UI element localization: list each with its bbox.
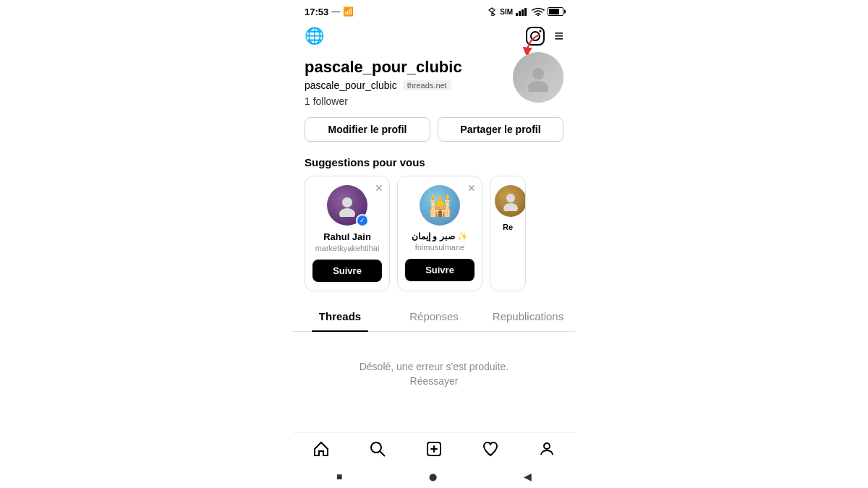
suggestion-handle-1: marketkyakehtihai [312,244,382,252]
nfc-icon: 📶 [343,7,354,17]
compose-nav-button[interactable] [425,440,443,458]
instagram-icon[interactable] [525,26,545,46]
username-sub-row: pascale_pour_clubic threads.net [305,80,498,91]
profile-avatar [513,52,563,103]
svg-point-12 [506,194,515,202]
globe-icon[interactable]: 🌐 [305,27,324,46]
svg-rect-2 [522,9,524,16]
retry-link[interactable]: Réessayer [305,375,563,387]
tab-reponses[interactable]: Réponses [387,301,481,331]
svg-point-6 [531,32,540,40]
svg-rect-3 [524,8,527,16]
suggestion-name-1: Rahul Jain [312,231,382,242]
status-bar: 17:53 — 📶 SIM [293,0,575,20]
avatar-2: 🕌 [420,185,460,226]
suggestions-title: Suggestions pour vous [305,156,563,168]
svg-point-7 [540,30,542,33]
follow-button-1[interactable]: Suivre [312,260,382,282]
phone-container: 17:53 — 📶 SIM [293,0,575,488]
signal-icon [516,7,529,16]
error-content: Désolé, une erreur s'est produite. Réess… [293,332,575,416]
follow-button-2[interactable]: Suivre [405,259,475,281]
svg-point-17 [544,443,550,449]
bluetooth-icon [487,7,497,16]
username-handle: pascale_pour_clubic [305,80,397,91]
heart-nav-button[interactable] [482,440,499,458]
verified-badge-1: ✓ [356,214,369,227]
avatar-circle [513,52,563,103]
username-main: pascale_pour_clubic [305,58,498,77]
svg-point-8 [532,68,544,80]
battery-icon [548,7,563,16]
header: 🌐 ≡ [293,20,575,52]
close-icon-2[interactable]: ✕ [467,182,476,194]
svg-rect-1 [519,11,521,16]
home-nav-button[interactable] [312,440,330,458]
tabs: Threads Réponses Republications [293,301,575,332]
profile-nav-button[interactable] [538,440,556,458]
svg-point-11 [339,208,355,217]
sim-icon: SIM [500,8,513,16]
android-square-button[interactable]: ■ [336,471,342,482]
share-profile-button[interactable]: Partager le profil [438,117,563,142]
android-back-button[interactable]: ◀ [524,471,532,482]
svg-rect-0 [516,13,518,16]
svg-point-4 [537,14,539,16]
suggestion-name-2: صبر و إيمان ✨ [405,231,475,241]
status-separator: — [331,7,340,17]
status-time: 17:53 [305,7,328,17]
search-nav-button[interactable] [369,440,386,458]
threads-badge: threads.net [403,80,451,90]
android-nav: ■ ⬤ ◀ [293,465,575,488]
suggestions-section: Suggestions pour vous ✕ ✓ Rahul Jain mar… [293,150,575,291]
edit-profile-button[interactable]: Modifier le profil [305,117,430,142]
svg-point-14 [371,442,381,453]
wifi-icon [532,7,545,16]
error-message: Désolé, une erreur s'est produite. [305,361,563,372]
svg-line-15 [380,452,386,457]
svg-point-9 [528,81,548,92]
suggestions-scroll: ✕ ✓ Rahul Jain marketkyakehtihai Suivre [305,176,563,291]
tab-republications[interactable]: Republications [481,301,575,331]
profile-section: pascale_pour_clubic pascale_pour_clubic … [293,52,575,150]
svg-point-10 [342,197,352,207]
follower-count: 1 follower [305,95,498,107]
svg-point-13 [503,203,518,211]
profile-buttons: Modifier le profil Partager le profil [305,117,563,142]
menu-icon[interactable]: ≡ [554,27,563,46]
status-icons: SIM [487,7,563,16]
close-icon-1[interactable]: ✕ [375,182,383,194]
tab-threads[interactable]: Threads [293,301,387,331]
suggestion-card-3: Re [490,176,526,291]
suggestion-card-2: ✕ 🕌 صبر و إيمان ✨ foimusulmane Suivre [397,176,482,291]
suggestion-name-3: Re [495,223,521,231]
avatar-3 [495,185,526,217]
suggestion-handle-2: foimusulmane [405,243,475,252]
svg-rect-5 [527,27,544,45]
android-circle-button[interactable]: ⬤ [429,473,437,481]
suggestion-card-1: ✕ ✓ Rahul Jain marketkyakehtihai Suivre [305,176,390,291]
bottom-nav [293,432,575,465]
header-right: ≡ [525,26,563,46]
